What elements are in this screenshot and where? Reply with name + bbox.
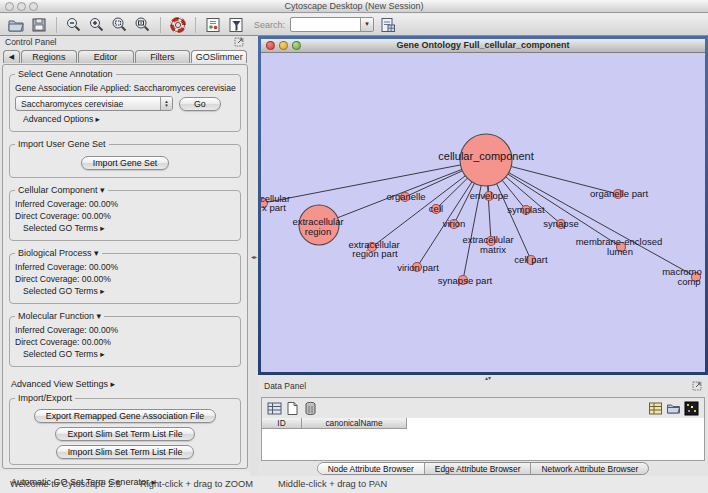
node-label: region part xyxy=(352,248,398,259)
gene-association-applied-label: Gene Association File Applied: Saccharom… xyxy=(15,83,235,93)
inferred-coverage-label: Inferred Coverage: 00.00% xyxy=(15,199,235,209)
network-window: Gene Ontology Full_cellular_component ce… xyxy=(258,36,708,375)
attribute-browser-toolbar xyxy=(262,398,704,418)
delete-attribute-icon[interactable] xyxy=(303,401,318,416)
dropdown-stepper-icon[interactable]: ▲▼ xyxy=(160,97,172,110)
zoom-in-icon[interactable] xyxy=(88,16,106,34)
node-label: synapse xyxy=(543,218,578,229)
zoom-out-icon[interactable] xyxy=(65,16,83,34)
column-header-id[interactable]: ID xyxy=(262,418,302,429)
network-close-button[interactable] xyxy=(266,41,275,50)
node-label: x part xyxy=(262,202,286,213)
search-dropdown-arrow-icon[interactable]: ▼ xyxy=(360,18,373,31)
network-canvas[interactable]: cellular_componentextracellularregioncel… xyxy=(261,53,705,372)
import-slim-set-term-list-file-button[interactable]: Import Slim Set Term List File xyxy=(56,445,195,459)
molecular-function-title[interactable]: Molecular Function ▾ xyxy=(15,311,104,321)
import-gene-set-button[interactable]: Import Gene Set xyxy=(81,156,170,170)
edge-cellular_component-extracellular_matrix_part[interactable] xyxy=(263,160,486,203)
node-label: region xyxy=(305,226,331,237)
import-attributes-icon[interactable] xyxy=(666,401,681,416)
node-label: matrix xyxy=(480,244,506,255)
node-label: organelle xyxy=(386,191,425,202)
zoom-selected-region-icon[interactable] xyxy=(111,16,129,34)
filter-icon[interactable] xyxy=(227,16,245,34)
help-lifesaver-icon[interactable] xyxy=(169,16,187,34)
node-label: symplast xyxy=(507,204,545,215)
node-label: comp xyxy=(677,276,700,287)
network-window-titlebar[interactable]: Gene Ontology Full_cellular_component xyxy=(261,39,705,53)
tab-regions[interactable]: Regions xyxy=(21,50,77,63)
biological-process-group: Biological Process ▾ Inferred Coverage: … xyxy=(9,253,241,304)
node-label: cell part xyxy=(514,254,548,265)
window-title: Cytoscape Desktop (New Session) xyxy=(0,0,708,13)
cellular-component-group: Cellular Component ▾ Inferred Coverage: … xyxy=(9,190,241,241)
tab-network-attribute-browser[interactable]: Network Attribute Browser xyxy=(530,463,648,474)
direct-coverage-label: Direct Coverage: 00.00% xyxy=(15,274,235,284)
tab-scroll-left[interactable]: ◀ xyxy=(3,50,20,63)
matrix-view-icon[interactable] xyxy=(684,401,699,416)
panel-splitter-vertical[interactable]: ◂▸ xyxy=(250,36,258,476)
attribute-browser-icon[interactable] xyxy=(379,16,397,34)
select-gene-annotation-group: Select Gene Annotation Gene Association … xyxy=(9,74,241,132)
network-window-title: Gene Ontology Full_cellular_component xyxy=(261,39,705,52)
control-panel-tabs: ◀ Regions Editor Filters GOSlimmer xyxy=(0,48,250,63)
window-titlebar: Cytoscape Desktop (New Session) xyxy=(0,0,708,13)
tab-editor[interactable]: Editor xyxy=(78,50,134,63)
toolbar-separator xyxy=(195,17,196,33)
status-zoom-hint: Right-click + drag to ZOOM xyxy=(140,479,253,489)
goslimmer-panel: Select Gene Annotation Gene Association … xyxy=(2,64,248,469)
search-combobox[interactable]: ▼ xyxy=(290,17,374,32)
export-remapped-gene-association-file-button[interactable]: Export Remapped Gene Association File xyxy=(34,409,216,423)
status-welcome-text: Welcome to Cytoscape 2.5 xyxy=(10,479,121,489)
inferred-coverage-label: Inferred Coverage: 00.00% xyxy=(15,262,235,272)
attribute-browser-tabs: Node Attribute Browser Edge Attribute Br… xyxy=(258,462,708,475)
main-toolbar: Search: ▼ xyxy=(0,14,708,36)
annotation-nodes-icon[interactable] xyxy=(204,16,222,34)
tab-goslimmer[interactable]: GOSlimmer xyxy=(191,50,247,63)
node-label: virion xyxy=(443,218,466,229)
zoom-fit-icon[interactable] xyxy=(134,16,152,34)
selected-go-terms-expander[interactable]: Selected GO Terms ▸ xyxy=(15,223,235,233)
splitter-handle-icon[interactable]: ◂▸ xyxy=(251,253,257,260)
select-gene-annotation-title: Select Gene Annotation xyxy=(15,69,116,79)
advanced-view-settings-expander[interactable]: Advanced View Settings ▸ xyxy=(11,379,241,389)
open-session-icon[interactable] xyxy=(7,16,25,34)
float-panel-icon[interactable] xyxy=(234,37,244,47)
go-button[interactable]: Go xyxy=(179,97,221,111)
tab-filters[interactable]: Filters xyxy=(135,50,191,63)
node-label: cell xyxy=(429,203,443,214)
save-session-icon[interactable] xyxy=(30,16,48,34)
network-graph[interactable]: cellular_componentextracellularregioncel… xyxy=(261,53,705,372)
inferred-coverage-label: Inferred Coverage: 00.00% xyxy=(15,325,235,335)
node-label: envelope xyxy=(470,190,509,201)
import-user-gene-set-title: Import User Gene Set xyxy=(15,139,109,149)
advanced-options-expander[interactable]: Advanced Options ▸ xyxy=(15,114,235,124)
selected-go-terms-expander[interactable]: Selected GO Terms ▸ xyxy=(15,286,235,296)
export-slim-set-term-list-file-button[interactable]: Export Slim Set Term List File xyxy=(55,427,194,441)
molecular-function-group: Molecular Function ▾ Inferred Coverage: … xyxy=(9,316,241,367)
network-zoom-button[interactable] xyxy=(292,41,301,50)
selected-go-terms-expander[interactable]: Selected GO Terms ▸ xyxy=(15,349,235,359)
node-label: cellular_component xyxy=(438,150,533,162)
gene-annotation-dropdown[interactable]: Saccharomyces cerevisiae ▲▼ xyxy=(15,96,173,111)
data-panel-title: Data Panel xyxy=(264,381,306,391)
attribute-table-header: ID canonicalName xyxy=(262,418,704,429)
column-header-canonicalname[interactable]: canonicalName xyxy=(302,418,407,429)
node-label: lumen xyxy=(607,246,633,257)
network-minimize-button[interactable] xyxy=(279,41,288,50)
biological-process-title[interactable]: Biological Process ▾ xyxy=(15,248,102,258)
status-bar: Welcome to Cytoscape 2.5 Right-click + d… xyxy=(0,476,708,493)
search-input[interactable] xyxy=(291,18,360,31)
attribute-batch-editor-icon[interactable] xyxy=(648,401,663,416)
data-panel: ▴▾ Data Panel xyxy=(258,375,708,476)
direct-coverage-label: Direct Coverage: 00.00% xyxy=(15,211,235,221)
control-panel: Control Panel ◀ Regions Editor Filters G… xyxy=(0,36,250,471)
tab-node-attribute-browser[interactable]: Node Attribute Browser xyxy=(318,463,424,474)
node-label: virion part xyxy=(397,262,439,273)
tab-edge-attribute-browser[interactable]: Edge Attribute Browser xyxy=(424,463,531,474)
float-panel-icon[interactable] xyxy=(692,381,702,391)
create-attribute-icon[interactable] xyxy=(285,401,300,416)
cellular-component-title[interactable]: Cellular Component ▾ xyxy=(15,185,108,195)
select-attributes-icon[interactable] xyxy=(267,401,282,416)
import-user-gene-set-group: Import User Gene Set Import Gene Set xyxy=(9,144,241,178)
